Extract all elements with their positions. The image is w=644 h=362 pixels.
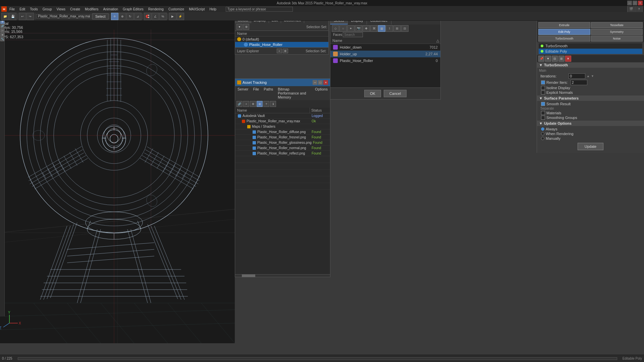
layer-plastic[interactable]: Plastic_Hose_Roller	[235, 42, 328, 47]
collapse-to-btn[interactable]: ▼	[545, 56, 551, 62]
at-restore-btn[interactable]: □	[318, 80, 323, 85]
sfs-shape-btn[interactable]: ○	[339, 25, 347, 32]
at-row-normal[interactable]: Plastic_Hose_Roller_normal.png Found	[235, 145, 330, 151]
sfs-helper-btn[interactable]: ✚	[363, 25, 370, 32]
menu-graph-editors[interactable]: Graph Editors	[121, 7, 146, 11]
modifier-turbosmooth[interactable]: TurboSmooth	[539, 43, 642, 49]
at-close-btn[interactable]: ✕	[323, 80, 328, 85]
extrude-btn[interactable]: Extrude	[538, 22, 590, 28]
scale-tool[interactable]: ⊿	[134, 13, 142, 20]
undo-btn[interactable]: ↩	[19, 13, 26, 20]
close-btn[interactable]: ✕	[638, 1, 643, 5]
sfs-warp-btn[interactable]: ⌘	[370, 25, 378, 32]
sfs-bone-btn[interactable]: ⌇	[386, 25, 393, 32]
at-btn4[interactable]: ⊞	[257, 101, 263, 107]
render-iters-input[interactable]	[571, 80, 587, 85]
iter-up-arrow[interactable]: ▲	[587, 74, 590, 78]
layer-default[interactable]: 0 (default)	[235, 37, 328, 42]
maximize-btn[interactable]: □	[633, 1, 637, 5]
smooth-result-checkbox[interactable]	[541, 102, 545, 106]
turbosmooth-btn[interactable]: TurboSmooth	[538, 36, 590, 42]
display-btn[interactable]: 👁	[0, 33, 4, 37]
menu-modifiers[interactable]: Modifiers	[83, 7, 101, 11]
open-btn[interactable]: 📁	[1, 13, 9, 20]
menu-maxscript[interactable]: MAXScript	[187, 7, 207, 11]
at-btn1[interactable]: 🔗	[236, 101, 243, 107]
help-btn[interactable]: ?	[635, 5, 643, 13]
layer-add-btn[interactable]: +	[277, 49, 282, 53]
motion-btn[interactable]: ▷	[0, 28, 4, 33]
snap-btn[interactable]: 🧲	[144, 13, 151, 20]
remove-modifier-btn[interactable]: ✕	[565, 56, 571, 62]
menu-views[interactable]: Views	[55, 7, 68, 11]
edit-poly-btn[interactable]: Edit Poly	[538, 29, 590, 35]
noise-btn[interactable]: Noise	[591, 36, 643, 42]
sfs-light-btn[interactable]: ✦	[347, 25, 355, 32]
menu-customize[interactable]: Customize	[166, 7, 186, 11]
iter-down-arrow[interactable]: ▼	[591, 74, 594, 78]
obj-holder-up[interactable]: Holder_up 2,27.44	[330, 51, 440, 57]
pin-stack-btn[interactable]: 📌	[538, 56, 544, 62]
menu-logo[interactable]: M	[1, 6, 7, 12]
mesh-viewport[interactable]: X Y Z	[0, 15, 235, 343]
cancel-btn[interactable]: Cancel	[384, 90, 407, 97]
select-btn[interactable]: Select	[92, 13, 109, 19]
at-btn3[interactable]: ⚙	[250, 101, 256, 107]
at-row-diffuse[interactable]: Plastic_Hose_Roller_diffuse.png Found	[235, 129, 330, 135]
render-btn[interactable]: ▶	[169, 13, 176, 20]
render-iters-checkbox[interactable]	[541, 80, 545, 84]
at-menu-server[interactable]: Server	[235, 86, 250, 100]
update-options-header[interactable]: ▼ Update Options	[537, 121, 644, 126]
at-btn6[interactable]: ℹ	[270, 101, 276, 107]
hierarchy-btn[interactable]: 🔗	[0, 24, 4, 28]
at-minimize-btn[interactable]: ─	[313, 80, 317, 85]
menu-animation[interactable]: Animation	[101, 7, 120, 11]
materials-checkbox[interactable]	[541, 111, 545, 115]
always-radio[interactable]	[541, 127, 544, 131]
at-btn5[interactable]: ?	[263, 101, 269, 107]
sfs-all-none-btn[interactable]: ⊞	[393, 25, 401, 32]
at-row-fresnel[interactable]: Plastic_Hose_Roller_fresnel.png Found	[235, 135, 330, 140]
obj-holder-down[interactable]: Holder_down 7012	[330, 44, 440, 51]
menu-file[interactable]: File	[7, 7, 17, 11]
menu-edit[interactable]: Edit	[17, 7, 27, 11]
at-row-max[interactable]: Plastic_Hose_Roller_max_vray.max Ok	[235, 119, 330, 124]
move-tool[interactable]: ⊕	[119, 13, 126, 20]
modifier-editable-poly[interactable]: Editable Poly	[539, 49, 642, 54]
menu-create[interactable]: Create	[68, 7, 82, 11]
collapse-all-btn[interactable]: ⊟	[552, 56, 558, 62]
make-unique-btn[interactable]: ⊞	[558, 56, 565, 62]
save-btn[interactable]: 💾	[9, 13, 16, 20]
at-scrollbar[interactable]	[235, 274, 330, 277]
redo-btn[interactable]: ↪	[26, 13, 34, 20]
at-btn2[interactable]: +	[243, 101, 249, 107]
at-row-maps[interactable]: Maps / Shaders	[235, 124, 330, 129]
minimize-btn[interactable]: ─	[627, 1, 632, 5]
symmetry-btn[interactable]: Symmetry	[591, 29, 643, 35]
at-scroll-thumb[interactable]	[242, 275, 255, 277]
menu-tools[interactable]: Tools	[28, 7, 40, 11]
at-menu-options[interactable]: Options	[313, 86, 330, 100]
angle-snap-btn[interactable]: ∠	[152, 13, 159, 20]
at-row-vault[interactable]: Autodesk Vault Logged	[235, 113, 330, 119]
manually-radio[interactable]	[541, 137, 544, 140]
at-menu-bitmap[interactable]: Bitmap Performance and Memory	[276, 86, 312, 100]
turbosmooth-section-header[interactable]: ▼ TurboSmooth	[537, 62, 644, 68]
at-menu-file[interactable]: File	[251, 86, 261, 100]
layer-settings-btn[interactable]: ⚙	[283, 49, 288, 53]
search-input[interactable]: Type a keyword or phrase	[226, 7, 293, 12]
menu-rendering[interactable]: Rendering	[146, 7, 166, 11]
quick-render-btn[interactable]: ⚡	[177, 13, 184, 20]
se-options-btn[interactable]: ⚙	[243, 24, 249, 30]
menu-group[interactable]: Group	[41, 7, 54, 11]
sfs-camera-btn[interactable]: 📷	[355, 25, 362, 32]
iterations-input[interactable]	[569, 73, 585, 79]
rotate-tool[interactable]: ↻	[126, 13, 134, 20]
isoline-checkbox[interactable]	[541, 86, 545, 90]
at-row-glossiness[interactable]: Plastic_Hose_Roller_glossiness.png Found	[235, 140, 330, 145]
at-row-reflect[interactable]: Plastic_Hose_Roller_reflect.png Found	[235, 151, 330, 156]
tessellate-btn[interactable]: Tessellate	[591, 22, 643, 28]
explicit-normals-checkbox[interactable]	[541, 90, 545, 95]
utilities-btn[interactable]: 🔧	[0, 37, 4, 41]
update-button[interactable]: Update	[578, 143, 603, 150]
